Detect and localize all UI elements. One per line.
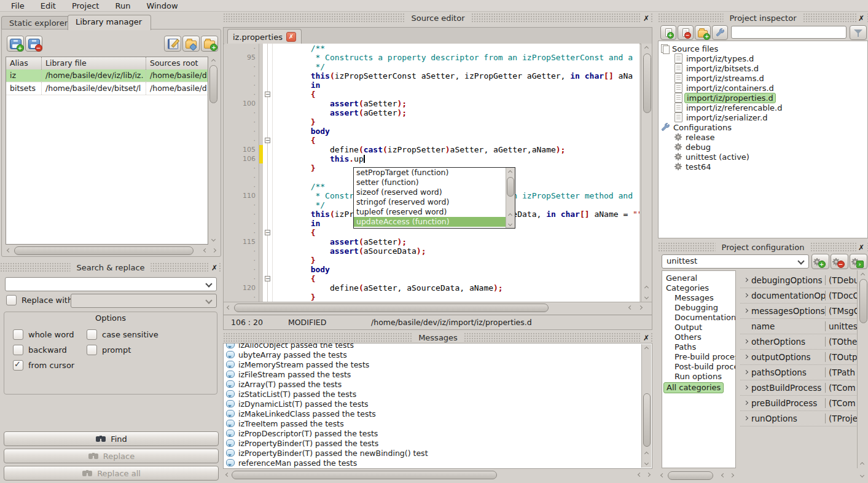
scroll-left2-icon[interactable] xyxy=(201,246,209,254)
expander[interactable] xyxy=(740,371,751,374)
grid-row[interactable]: runOptions(TProje xyxy=(740,410,858,426)
grid-row[interactable]: preBuildProcess(TCom xyxy=(740,395,858,411)
scroll-right-icon[interactable] xyxy=(209,246,218,254)
scroll-up2-icon[interactable] xyxy=(642,449,651,458)
scroll-down-icon[interactable] xyxy=(506,219,514,228)
tree-item[interactable]: import/iz/serializer.d xyxy=(659,112,867,122)
category-item[interactable]: Messages xyxy=(662,293,735,303)
close-messages-icon[interactable]: ✗ xyxy=(641,333,651,343)
scroll-left-icon[interactable] xyxy=(223,470,232,479)
scroll-left2-icon[interactable] xyxy=(719,471,727,479)
tree-item[interactable]: Configurations xyxy=(659,122,867,132)
message-item[interactable]: ubyteArray passed the tests xyxy=(224,350,652,359)
message-item[interactable]: izMemoryStream passed the tests xyxy=(224,359,652,369)
category-item[interactable]: Paths xyxy=(662,342,735,352)
popup-scrollbar[interactable] xyxy=(506,168,515,228)
category-item[interactable]: Debugging xyxy=(662,303,735,313)
grid-row[interactable]: postBuildProcess(TCom xyxy=(740,380,858,396)
add-library-button[interactable]: + xyxy=(7,36,24,52)
remove-library-button[interactable]: − xyxy=(25,36,42,52)
scroll-up-icon[interactable] xyxy=(858,270,867,279)
remove-configuration-button[interactable]: − xyxy=(831,254,848,269)
chevron-right-icon[interactable] xyxy=(743,370,748,374)
scroll-left-icon[interactable] xyxy=(658,471,667,479)
add-configuration-button[interactable]: + xyxy=(811,254,829,269)
menu-file[interactable]: File xyxy=(5,1,31,11)
scroll-right-icon[interactable] xyxy=(727,471,736,479)
tree-item[interactable]: import/iz/streams.d xyxy=(659,73,867,83)
run-configuration-button[interactable]: › xyxy=(850,254,867,269)
message-item[interactable]: izPropDescriptor(T) passed the tests xyxy=(224,428,652,438)
menu-edit[interactable]: Edit xyxy=(34,1,62,11)
scroll-right-icon[interactable] xyxy=(636,303,644,312)
close-project-configuration-icon[interactable]: ✗ xyxy=(856,243,866,253)
scroll-down-icon[interactable] xyxy=(642,293,651,301)
table-row[interactable]: bitsets/home/basile/dev/bitset/l/home/ba… xyxy=(6,82,208,95)
add-library-folder-button[interactable]: + xyxy=(201,36,218,52)
expander[interactable] xyxy=(740,355,751,358)
expander[interactable] xyxy=(740,386,751,389)
grid-row[interactable]: nameunittes xyxy=(740,318,858,334)
all-categories-button[interactable]: All categories xyxy=(663,382,724,393)
table-row[interactable]: iz/home/basile/dev/iz/lib/iz./home/basil… xyxy=(6,69,208,82)
scroll-up2-icon[interactable] xyxy=(506,211,514,219)
expander[interactable] xyxy=(740,309,751,312)
grid-row[interactable]: pathsOptions(TPath xyxy=(740,364,858,380)
scroll-down-icon[interactable] xyxy=(209,235,217,243)
expander[interactable] xyxy=(740,401,751,404)
scroll-right-icon[interactable] xyxy=(644,470,652,479)
message-item[interactable]: izPropertyBinder(T) passed the newBindin… xyxy=(224,448,652,458)
close-source-editor-icon[interactable]: ✗ xyxy=(641,14,651,23)
message-item[interactable]: izMakeLinkedClass passed the tests xyxy=(224,409,652,418)
inspector-filter-input[interactable] xyxy=(731,26,846,39)
library-table-vscrollbar[interactable] xyxy=(208,57,218,243)
grid-row[interactable]: otherOptions(TOthe xyxy=(740,334,858,350)
checkbox-from-cursor[interactable] xyxy=(13,360,23,371)
grid-vscrollbar[interactable] xyxy=(857,270,868,468)
scroll-down-icon[interactable] xyxy=(642,458,651,467)
chevron-right-icon[interactable] xyxy=(743,401,748,405)
completion-item[interactable]: setter (function) xyxy=(354,178,515,187)
grid-row[interactable]: messagesOptions(TMsgO xyxy=(740,303,858,319)
scroll-up-icon[interactable] xyxy=(858,460,866,468)
grid-scroll-arrows[interactable] xyxy=(858,460,867,481)
completion-item[interactable]: setPropTarget (function) xyxy=(354,168,515,178)
messages-hscrollbar[interactable] xyxy=(223,470,652,479)
grid-row[interactable]: documentationOpti(TDocO xyxy=(740,288,858,304)
configuration-select[interactable]: unittest xyxy=(662,254,809,269)
checkbox-whole-word[interactable] xyxy=(13,329,23,340)
add-source-button[interactable]: + xyxy=(660,25,676,40)
replace-button[interactable]: Replace xyxy=(4,449,219,463)
category-item[interactable]: Post-build proce xyxy=(662,362,735,372)
chevron-right-icon[interactable] xyxy=(743,278,748,282)
message-item[interactable]: izDynamicList(T) passed the tests xyxy=(224,399,652,409)
tree-item[interactable]: import/iz/bitsets.d xyxy=(659,63,867,73)
tab-library-manager[interactable]: Library manager xyxy=(68,15,151,30)
expander[interactable] xyxy=(740,278,751,281)
menu-run[interactable]: Run xyxy=(109,1,136,11)
categories-hscrollbar[interactable] xyxy=(662,471,736,480)
close-project-inspector-icon[interactable]: ✗ xyxy=(856,14,866,23)
message-item[interactable]: izPropertyBinder(T) passed the tests xyxy=(224,438,652,448)
tree-item[interactable]: Source files xyxy=(659,44,867,53)
scroll-left2-icon[interactable] xyxy=(626,303,635,312)
scroll-up-icon[interactable] xyxy=(209,57,217,65)
chevron-right-icon[interactable] xyxy=(743,339,748,344)
replace-all-button[interactable]: Replace all xyxy=(4,466,219,481)
message-item[interactable]: izAllocObject passed the tests xyxy=(224,343,652,350)
find-button[interactable]: Find xyxy=(4,431,219,446)
remove-source-button[interactable]: − xyxy=(678,25,694,40)
scroll-down-icon[interactable] xyxy=(858,471,866,479)
tree-item[interactable]: release xyxy=(659,132,867,142)
close-search-panel-icon[interactable]: ✗ xyxy=(209,263,219,273)
scroll-up-icon[interactable] xyxy=(642,44,651,52)
expander[interactable] xyxy=(740,417,751,420)
category-item[interactable]: Output xyxy=(662,323,735,332)
messages-vscrollbar[interactable] xyxy=(641,344,651,468)
search-input[interactable] xyxy=(5,277,217,291)
edit-library-button[interactable] xyxy=(164,36,181,52)
category-item[interactable]: Documentation xyxy=(662,313,735,323)
chevron-right-icon[interactable] xyxy=(743,416,748,420)
filter-button[interactable] xyxy=(850,25,867,40)
chevron-right-icon[interactable] xyxy=(743,293,748,297)
